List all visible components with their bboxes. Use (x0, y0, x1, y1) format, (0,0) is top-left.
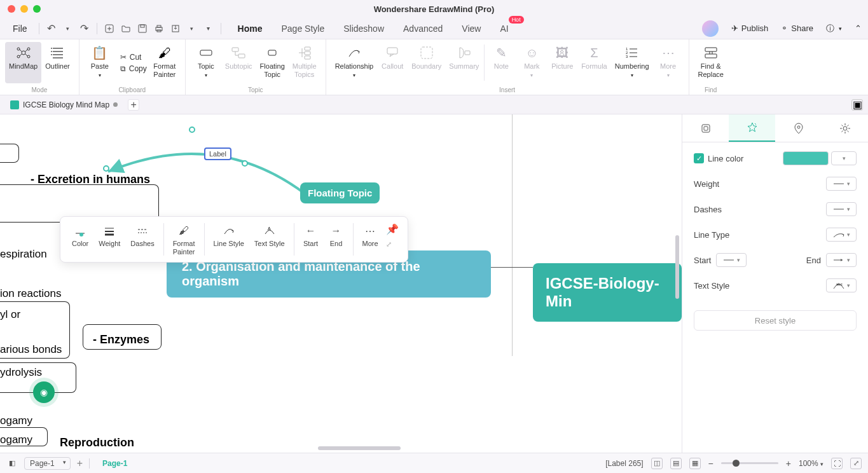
ft-more-button[interactable]: ⋯More (359, 222, 382, 249)
expand-toolbar-button[interactable]: ⤢ (386, 240, 399, 249)
note-button[interactable]: ✎ Note (486, 42, 516, 83)
panel-toggle-button[interactable]: ▣ (851, 99, 863, 111)
ft-end-button[interactable]: →End (325, 222, 348, 249)
outliner-mode-button[interactable]: Outliner (41, 42, 74, 83)
more-quickaccess-icon[interactable]: ▾ (202, 22, 216, 36)
multiple-topics-button[interactable]: Multiple Topics (289, 42, 320, 83)
ogamy-node-1[interactable]: ogamy (0, 415, 32, 427)
tab-view[interactable]: View (460, 21, 482, 36)
canvas-hscroll[interactable] (318, 446, 401, 450)
add-tab-button[interactable]: + (128, 99, 139, 111)
new-file-icon[interactable] (102, 22, 116, 36)
maximize-window-button[interactable] (33, 5, 41, 13)
root-node[interactable]: IGCSE-Biology-Min (533, 263, 682, 322)
user-avatar[interactable] (702, 20, 719, 37)
ft-weight-button[interactable]: Weight (95, 222, 124, 249)
ft-line-style-button[interactable]: Line Style (210, 222, 248, 249)
rp-tab-layout[interactable] (682, 114, 729, 142)
tab-advanced[interactable]: Advanced (402, 21, 444, 36)
ft-color-button[interactable]: Color (68, 222, 92, 249)
collapse-ribbon-button[interactable]: ⌃ (855, 24, 862, 33)
handle-start[interactable] (189, 127, 195, 133)
line-color-swatch[interactable] (783, 151, 829, 165)
zoom-level[interactable]: 100% ▾ (799, 459, 823, 468)
ft-start-button[interactable]: ←Start (300, 222, 322, 249)
export-dropdown-icon[interactable]: ▾ (185, 22, 199, 36)
rp-tab-style[interactable] (729, 114, 775, 142)
format-painter-button[interactable]: 🖌 Format Painter (149, 42, 180, 83)
cut-button[interactable]: ✂Cut (118, 52, 149, 62)
callout-button[interactable]: Callout (377, 42, 408, 83)
relationship-label[interactable]: Label (204, 147, 231, 160)
minimize-window-button[interactable] (20, 5, 28, 13)
picture-button[interactable]: 🖼 Picture (547, 42, 577, 83)
ft-dashes-button[interactable]: Dashes (127, 222, 158, 249)
tab-slideshow[interactable]: Slideshow (342, 21, 385, 36)
open-file-icon[interactable] (119, 22, 133, 36)
page-tab-active[interactable]: Page-1 (96, 459, 134, 468)
relationship-button[interactable]: Relationship▾ (331, 42, 378, 83)
undo-button[interactable]: ↶ (45, 22, 59, 36)
reset-style-button[interactable]: Reset style (694, 310, 857, 331)
save-icon[interactable] (135, 22, 149, 36)
tab-ai[interactable]: AI (499, 21, 509, 36)
find-replace-button[interactable]: Find & Replace (694, 42, 727, 83)
floating-topic-button[interactable]: Floating Topic (256, 42, 289, 83)
start-arrow-dropdown[interactable]: ▾ (716, 253, 747, 267)
share-button[interactable]: ⚬ Share (781, 24, 813, 33)
ai-assistant-bubble[interactable]: ◉ (33, 381, 55, 403)
topic-button[interactable]: Topic▾ (191, 42, 221, 83)
line-color-dropdown[interactable]: ▾ (831, 151, 857, 165)
page-selector[interactable]: Page-1▾ (24, 457, 71, 470)
panel-left-toggle[interactable]: ◧ (6, 458, 18, 469)
mark-button[interactable]: ☺ Mark▾ (516, 42, 547, 83)
view-mode-1[interactable]: ◫ (651, 458, 663, 469)
mindmap-mode-button[interactable]: MindMap (5, 42, 41, 83)
add-page-button[interactable]: + (77, 458, 83, 469)
ion-reactions-node[interactable]: ion reactions (0, 287, 61, 300)
tab-home[interactable]: Home (237, 21, 264, 36)
rp-tab-location[interactable] (775, 114, 822, 142)
respiration-node[interactable]: espiration (0, 248, 47, 261)
subtopic-button[interactable]: Subtopic (221, 42, 256, 83)
floating-topic-node[interactable]: Floating Topic (300, 182, 380, 203)
handle-mid[interactable] (242, 160, 248, 167)
zoom-out-button[interactable]: − (708, 458, 713, 469)
view-mode-3[interactable]: ▦ (689, 458, 701, 469)
help-button[interactable]: ⓘ▾ (826, 23, 842, 34)
line-color-checkbox[interactable]: ✓ (694, 153, 704, 163)
end-arrow-dropdown[interactable]: ▾ (826, 253, 857, 267)
zoom-slider[interactable] (721, 462, 778, 464)
numbering-button[interactable]: 123 Numbering▾ (611, 42, 653, 83)
handle-end[interactable] (103, 165, 109, 172)
view-mode-2[interactable]: ▤ (670, 458, 682, 469)
publish-button[interactable]: ✈ Publish (731, 24, 769, 33)
file-menu[interactable]: File (6, 21, 34, 36)
print-icon[interactable] (152, 22, 166, 36)
copy-button[interactable]: ⧉Copy (118, 64, 149, 74)
fit-screen-button[interactable]: ⛶ (831, 458, 843, 469)
boundary-button[interactable]: Boundary (408, 42, 445, 83)
doc-tab-1[interactable]: IGCSE Biology Mind Map (5, 99, 123, 111)
zoom-in-button[interactable]: + (786, 458, 791, 469)
fullscreen-button[interactable]: ⤢ (850, 458, 862, 469)
undo-dropdown-icon[interactable]: ▾ (61, 22, 75, 36)
redo-button[interactable]: ↷ (78, 22, 92, 36)
dashes-dropdown[interactable]: ▾ (826, 202, 857, 216)
weight-dropdown[interactable]: ▾ (826, 177, 857, 191)
canvas[interactable]: Label Floating Topic - Excretion in huma… (0, 114, 682, 453)
paste-button[interactable]: 📋 Paste▾ (85, 42, 115, 83)
pin-toolbar-button[interactable]: 📌 (386, 223, 399, 235)
more-insert-button[interactable]: ⋯ More▾ (653, 42, 684, 83)
reproduction-node[interactable]: Reproduction (60, 436, 134, 449)
export-icon[interactable] (169, 22, 183, 36)
formula-button[interactable]: Σ Formula (577, 42, 610, 83)
summary-button[interactable]: Summary (445, 42, 483, 83)
text-style-dropdown[interactable]: abc▾ (826, 278, 857, 292)
tab-page-style[interactable]: Page Style (280, 21, 326, 36)
ft-format-painter-button[interactable]: 🖌Format Painter (169, 222, 199, 257)
rp-tab-settings[interactable] (822, 114, 868, 142)
canvas-vscroll[interactable] (675, 235, 679, 299)
line-type-dropdown[interactable]: ▾ (826, 228, 857, 242)
ft-text-style-button[interactable]: AText Style (251, 222, 289, 249)
